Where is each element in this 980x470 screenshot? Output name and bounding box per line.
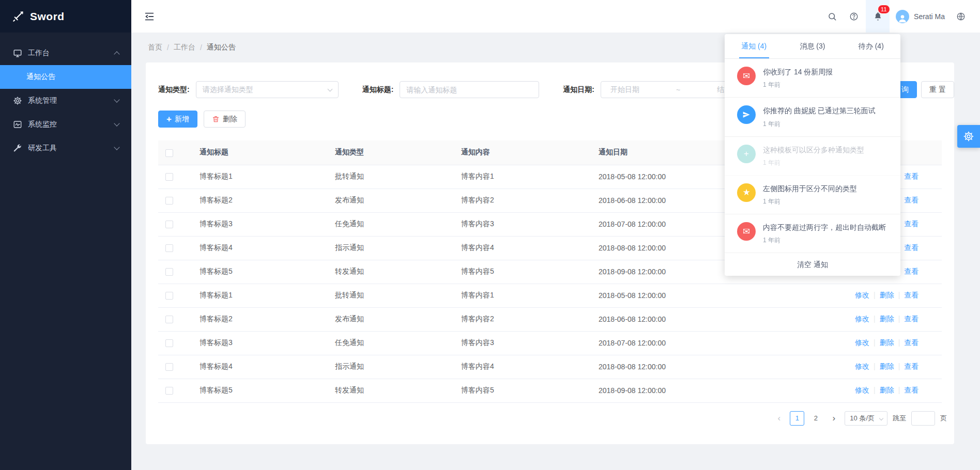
table-row: 博客标题2 发布通知 博客内容2 2018-06-08 12:00:00 修改|… <box>158 307 942 331</box>
select-placeholder: 请选择通知类型 <box>203 85 253 95</box>
cell-content: 博客内容2 <box>453 189 590 212</box>
sidebar-item-label: 系统管理 <box>28 96 57 105</box>
cell-title: 博客标题4 <box>191 355 327 379</box>
view-link[interactable]: 查看 <box>904 338 918 347</box>
prev-page-icon[interactable]: ‹ <box>772 411 786 426</box>
settings-button[interactable] <box>957 125 980 148</box>
cell-title: 博客标题4 <box>191 236 327 260</box>
link-separator: | <box>898 362 900 370</box>
view-link[interactable]: 查看 <box>904 386 918 394</box>
link-separator: | <box>874 338 876 347</box>
chevron-up-icon <box>114 51 119 57</box>
notification-item[interactable]: ✉ 内容不要超过两行字，超出时自动截断 1 年前 <box>725 214 900 253</box>
pagination: ‹ 1 2 › 10 条/页 跳至 页 <box>158 411 948 426</box>
filter-title-label: 通知标题: <box>362 85 394 95</box>
cell-type: 批转通知 <box>327 165 453 189</box>
row-checkbox[interactable] <box>165 173 173 181</box>
cell-type: 任免通知 <box>327 212 453 236</box>
next-page-icon[interactable]: › <box>827 411 840 426</box>
breadcrumb-workbench[interactable]: 工作台 <box>174 43 195 52</box>
edit-link[interactable]: 修改 <box>855 291 869 299</box>
tab-messages[interactable]: 消息 (3) <box>783 34 841 58</box>
view-link[interactable]: 查看 <box>904 362 918 370</box>
reset-button[interactable]: 重 置 <box>921 81 954 98</box>
notification-item[interactable]: ★ 左侧图标用于区分不同的类型 1 年前 <box>725 176 900 214</box>
edit-link[interactable]: 修改 <box>855 338 869 347</box>
sidebar-item-workbench[interactable]: 工作台 <box>0 41 131 65</box>
app-title: Sword <box>30 10 65 23</box>
view-link[interactable]: 查看 <box>904 267 918 275</box>
notification-item[interactable]: 你推荐的 曲妮妮 已通过第三轮面试 1 年前 <box>725 98 900 136</box>
link-separator: | <box>898 291 900 299</box>
notification-time: 1 年前 <box>763 159 864 167</box>
col-header-content: 通知内容 <box>453 140 590 165</box>
row-checkbox[interactable] <box>165 339 173 347</box>
cell-title: 博客标题2 <box>191 307 327 331</box>
cell-title: 博客标题3 <box>191 212 327 236</box>
delete-link[interactable]: 删除 <box>880 362 894 370</box>
sidebar: Sword 工作台 通知公告 系统管理 <box>0 0 131 470</box>
topbar-actions: 11 Serati Ma <box>822 0 971 33</box>
delete-button[interactable]: 删除 <box>204 111 246 128</box>
row-checkbox[interactable] <box>165 221 173 228</box>
search-icon[interactable] <box>822 0 842 33</box>
breadcrumb-home[interactable]: 首页 <box>148 43 162 52</box>
row-checkbox[interactable] <box>165 316 173 323</box>
edit-link[interactable]: 修改 <box>855 386 869 394</box>
tab-notifications[interactable]: 通知 (4) <box>725 34 783 58</box>
topbar: 11 Serati Ma <box>131 0 980 33</box>
cell-content: 博客内容4 <box>453 355 590 379</box>
help-icon[interactable] <box>844 0 864 33</box>
sidebar-item-label: 通知公告 <box>26 72 55 82</box>
chevron-down-icon <box>879 416 883 420</box>
cell-title: 博客标题3 <box>191 331 327 355</box>
notification-item[interactable]: ✉ 你收到了 14 份新周报 1 年前 <box>725 59 900 98</box>
user-menu[interactable]: Serati Ma <box>892 0 949 33</box>
row-checkbox[interactable] <box>165 387 173 395</box>
page-size-select[interactable]: 10 条/页 <box>845 411 887 426</box>
menu-fold-icon[interactable] <box>144 11 155 22</box>
jump-page-input[interactable] <box>911 411 935 426</box>
chevron-down-icon <box>114 97 119 102</box>
notifications-button[interactable]: 11 <box>866 0 890 33</box>
delete-link[interactable]: 删除 <box>880 338 894 347</box>
cell-type: 批转通知 <box>327 284 453 307</box>
row-checkbox[interactable] <box>165 197 173 205</box>
row-checkbox[interactable] <box>165 363 173 371</box>
view-link[interactable]: 查看 <box>904 196 918 204</box>
row-checkbox[interactable] <box>165 292 173 300</box>
delete-link[interactable]: 删除 <box>880 291 894 299</box>
view-link[interactable]: 查看 <box>904 315 918 323</box>
select-all-checkbox[interactable] <box>165 149 173 157</box>
delete-link[interactable]: 删除 <box>880 315 894 323</box>
clear-notifications-button[interactable]: 清空 通知 <box>725 253 900 276</box>
cell-type: 任免通知 <box>327 331 453 355</box>
cell-content: 博客内容5 <box>453 379 590 402</box>
view-link[interactable]: 查看 <box>904 291 918 299</box>
edit-link[interactable]: 修改 <box>855 315 869 323</box>
link-separator: | <box>874 386 876 394</box>
view-link[interactable]: 查看 <box>904 220 918 228</box>
row-checkbox[interactable] <box>165 268 173 276</box>
globe-icon[interactable] <box>951 0 971 33</box>
add-button[interactable]: + 新增 <box>158 111 197 128</box>
page-button-1[interactable]: 1 <box>790 411 804 426</box>
avatar <box>896 10 909 23</box>
sidebar-item-system-monitor[interactable]: 系统监控 <box>0 113 131 136</box>
notice-type-select[interactable]: 请选择通知类型 <box>196 81 339 98</box>
row-checkbox[interactable] <box>165 244 173 252</box>
tab-todos[interactable]: 待办 (4) <box>842 34 900 58</box>
page-button-2[interactable]: 2 <box>808 411 823 426</box>
sidebar-item-dev-tools[interactable]: 研发工具 <box>0 136 131 160</box>
notification-time: 1 年前 <box>763 197 857 206</box>
notification-item[interactable]: + 这种模板可以区分多种通知类型 1 年前 <box>725 137 900 176</box>
sidebar-item-system-management[interactable]: 系统管理 <box>0 89 131 113</box>
sidebar-item-notice[interactable]: 通知公告 <box>0 65 131 89</box>
link-separator: | <box>874 362 876 370</box>
notice-title-input[interactable] <box>400 81 539 98</box>
delete-link[interactable]: 删除 <box>880 386 894 394</box>
edit-link[interactable]: 修改 <box>855 362 869 370</box>
cell-date: 2018-09-08 12:00:00 <box>590 379 847 402</box>
view-link[interactable]: 查看 <box>904 172 918 180</box>
view-link[interactable]: 查看 <box>904 243 918 252</box>
